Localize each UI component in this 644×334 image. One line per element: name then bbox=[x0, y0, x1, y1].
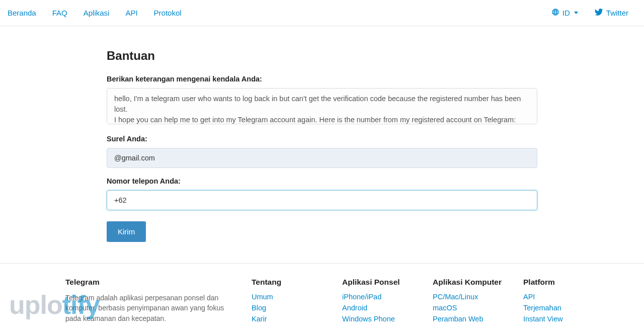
phone-input[interactable] bbox=[107, 190, 537, 210]
footer-link[interactable]: Peramban Web bbox=[433, 315, 483, 323]
page-title: Bantuan bbox=[107, 49, 537, 63]
footer-about: Telegram Telegram adalah aplikasi perpes… bbox=[65, 278, 242, 326]
twitter-label: Twitter bbox=[606, 9, 628, 17]
nav-faq[interactable]: FAQ bbox=[44, 1, 75, 25]
footer-col-title: Aplikasi Ponsel bbox=[342, 278, 423, 287]
globe-icon bbox=[551, 8, 559, 18]
nav-apps[interactable]: Aplikasi bbox=[75, 1, 118, 25]
footer-link[interactable]: Karir bbox=[252, 315, 267, 323]
footer-link[interactable]: Blog bbox=[252, 304, 266, 312]
nav-twitter[interactable]: Twitter bbox=[586, 0, 636, 26]
twitter-icon bbox=[594, 8, 603, 18]
phone-label: Nomor telepon Anda: bbox=[107, 177, 537, 185]
footer-about-title: Telegram bbox=[65, 278, 242, 287]
description-textarea[interactable] bbox=[107, 88, 537, 124]
footer-col-title: Aplikasi Komputer bbox=[433, 278, 513, 287]
footer-link[interactable]: PC/Mac/Linux bbox=[433, 293, 478, 301]
chevron-down-icon bbox=[574, 12, 578, 14]
top-navigation: Beranda FAQ Aplikasi API Protokol ID Twi… bbox=[0, 0, 644, 26]
nav-left: Beranda FAQ Aplikasi API Protokol bbox=[8, 1, 190, 25]
footer-link[interactable]: Windows Phone bbox=[342, 315, 395, 323]
nav-home[interactable]: Beranda bbox=[8, 1, 44, 25]
phone-group: Nomor telepon Anda: bbox=[107, 177, 537, 210]
footer-link[interactable]: macOS bbox=[433, 304, 457, 312]
description-group: Berikan keterangan mengenai kendala Anda… bbox=[107, 75, 537, 126]
footer-col-title: Tentang bbox=[252, 278, 332, 287]
footer-about-text: Telegram adalah aplikasi perpesanan pons… bbox=[65, 293, 242, 323]
email-label: Surel Anda: bbox=[107, 135, 537, 143]
main-content: Bantuan Berikan keterangan mengenai kend… bbox=[97, 26, 547, 242]
language-switcher[interactable]: ID bbox=[543, 1, 586, 25]
footer-link[interactable]: Terjemahan bbox=[523, 304, 561, 312]
footer-link[interactable]: API bbox=[523, 293, 535, 301]
footer-link[interactable]: Umum bbox=[252, 293, 273, 301]
nav-protocol[interactable]: Protokol bbox=[146, 1, 190, 25]
footer: Telegram Telegram adalah aplikasi perpes… bbox=[0, 263, 644, 326]
email-input[interactable] bbox=[107, 148, 537, 168]
nav-api[interactable]: API bbox=[117, 1, 145, 25]
submit-button[interactable]: Kirim bbox=[107, 221, 146, 242]
footer-col-komputer: Aplikasi Komputer PC/Mac/Linux macOS Per… bbox=[433, 278, 513, 326]
footer-col-title: Platform bbox=[523, 278, 604, 287]
footer-link[interactable]: iPhone/iPad bbox=[342, 293, 381, 301]
footer-link[interactable]: Android bbox=[342, 304, 367, 312]
language-code: ID bbox=[562, 9, 570, 17]
footer-col-platform: Platform API Terjemahan Instant View bbox=[523, 278, 604, 326]
footer-col-ponsel: Aplikasi Ponsel iPhone/iPad Android Wind… bbox=[342, 278, 423, 326]
footer-link[interactable]: Instant View bbox=[523, 315, 563, 323]
email-group: Surel Anda: bbox=[107, 135, 537, 168]
footer-col-tentang: Tentang Umum Blog Karir bbox=[252, 278, 332, 326]
description-label: Berikan keterangan mengenai kendala Anda… bbox=[107, 75, 537, 83]
nav-right: ID Twitter bbox=[543, 0, 636, 26]
